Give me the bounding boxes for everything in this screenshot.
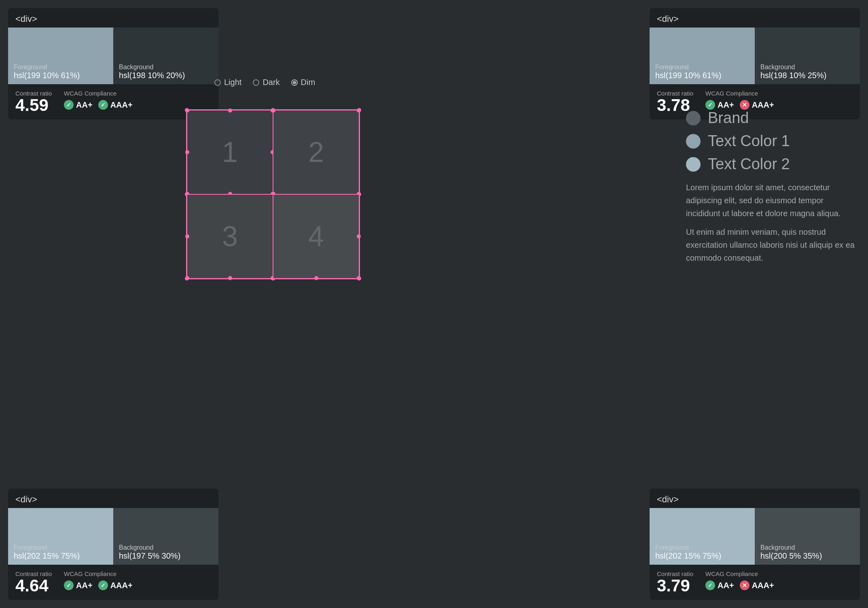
- legend-item-text2: Text Color 2: [686, 155, 856, 173]
- aaa-badge-bottom-left: ✓ AAA+: [98, 580, 133, 590]
- grid-outer: 1 2 3 4: [186, 109, 360, 279]
- card-stats-bottom-left: Contrast ratio 4.64 WCAG Compliance ✓ AA…: [8, 565, 218, 600]
- card-top-left-header: <div>: [8, 8, 218, 28]
- dot-c2-tl: [271, 108, 275, 113]
- contrast-section-top-left: Contrast ratio 4.59: [15, 90, 52, 114]
- legend-dot-text2: [686, 157, 701, 172]
- grid: 1 2 3 4: [187, 110, 359, 278]
- aaa-icon-top-right: ✕: [740, 100, 749, 110]
- grid-cell-3: 3: [187, 194, 273, 278]
- mode-option-dim[interactable]: Dim: [291, 78, 315, 87]
- aa-badge-top-left: ✓ AA+: [64, 100, 93, 110]
- card-top-right-header: <div>: [650, 8, 860, 28]
- cell-label-2: 2: [308, 136, 324, 168]
- lorem-p1: Lorem ipsum dolor sit amet, consectetur …: [686, 181, 856, 220]
- swatch-bg-top-right: Background hsl(198 10% 25%): [755, 28, 860, 84]
- mode-label-dark: Dark: [263, 78, 279, 87]
- wcag-badges-bottom-right: ✓ AA+ ✕ AAA+: [705, 580, 774, 590]
- mode-label-dim: Dim: [301, 78, 315, 87]
- radio-light[interactable]: [214, 79, 221, 86]
- mode-label-light: Light: [224, 78, 241, 87]
- aaa-badge-bottom-right: ✕ AAA+: [740, 580, 774, 590]
- aa-icon-top-left: ✓: [64, 100, 74, 110]
- wcag-badges-top-left: ✓ AA+ ✓ AAA+: [64, 100, 133, 110]
- card-bottom-left-header: <div>: [8, 489, 218, 508]
- grid-cell-2: 2: [273, 110, 359, 194]
- legend-item-text1: Text Color 1: [686, 132, 856, 150]
- lorem-text: Lorem ipsum dolor sit amet, consectetur …: [686, 181, 856, 264]
- aa-icon-bottom-right: ✓: [705, 580, 715, 590]
- color-swatches-top-right: Foreground hsl(199 10% 61%) Background h…: [650, 28, 860, 84]
- mode-option-light[interactable]: Light: [214, 78, 241, 87]
- contrast-section-bottom-left: Contrast ratio 4.64: [15, 570, 52, 594]
- legend-dot-brand: [686, 111, 701, 125]
- aaa-icon-bottom-right: ✕: [740, 580, 749, 590]
- card-bottom-left: <div> Foreground hsl(202 15% 75%) Backgr…: [8, 489, 218, 600]
- card-bottom-right-header: <div>: [650, 489, 860, 508]
- legend-label-text1: Text Color 1: [708, 132, 790, 150]
- card-bottom-right: <div> Foreground hsl(202 15% 75%) Backgr…: [650, 489, 860, 600]
- legend-item-brand: Brand: [686, 109, 856, 127]
- grid-cell-1: 1: [187, 110, 273, 194]
- dot-c3-bl: [185, 276, 189, 280]
- right-panel: Brand Text Color 1 Text Color 2 Lorem ip…: [686, 109, 856, 264]
- wcag-badges-bottom-left: ✓ AA+ ✓ AAA+: [64, 580, 133, 590]
- legend-label-text2: Text Color 2: [708, 155, 790, 173]
- legend-dot-text1: [686, 134, 701, 149]
- swatch-fg-top-right: Foreground hsl(199 10% 61%): [650, 28, 755, 84]
- dot-c1-tc: [228, 108, 232, 113]
- legend-label-brand: Brand: [708, 109, 749, 127]
- swatch-bg-bottom-right: Background hsl(200 5% 35%): [755, 508, 860, 565]
- dot-c2-tr: [357, 108, 361, 113]
- dot-c3-bc: [228, 276, 232, 280]
- contrast-section-bottom-right: Contrast ratio 3.79: [657, 570, 693, 594]
- swatch-bg-top-left: Background hsl(198 10% 20%): [113, 28, 218, 84]
- card-top-right: <div> Foreground hsl(199 10% 61%) Backgr…: [650, 8, 860, 119]
- wcag-badges-top-right: ✓ AA+ ✕ AAA+: [705, 100, 774, 110]
- swatch-fg-top-left: Foreground hsl(199 10% 61%): [8, 28, 113, 84]
- aa-icon-top-right: ✓: [705, 100, 715, 110]
- aa-badge-bottom-left: ✓ AA+: [64, 580, 93, 590]
- wcag-section-top-right: WCAG Compliance ✓ AA+ ✕ AAA+: [705, 90, 774, 110]
- color-swatches-top-left: Foreground hsl(199 10% 61%) Background h…: [8, 28, 218, 84]
- grid-cell-4: 4: [273, 194, 359, 278]
- aa-badge-bottom-right: ✓ AA+: [705, 580, 734, 590]
- aaa-badge-top-right: ✕ AAA+: [740, 100, 774, 110]
- wcag-section-bottom-left: WCAG Compliance ✓ AA+ ✓ AAA+: [64, 570, 133, 590]
- dot-c4-br: [357, 276, 361, 280]
- dot-c4-bc: [314, 276, 318, 280]
- cell-label-4: 4: [308, 220, 324, 253]
- lorem-p2: Ut enim ad minim veniam, quis nostrud ex…: [686, 225, 856, 264]
- color-swatches-bottom-right: Foreground hsl(202 15% 75%) Background h…: [650, 508, 860, 565]
- cell-label-3: 3: [222, 220, 238, 253]
- dot-c3-ml: [185, 234, 189, 238]
- radio-dim[interactable]: [291, 79, 298, 86]
- dot-c4-mr: [357, 234, 361, 238]
- wcag-section-bottom-right: WCAG Compliance ✓ AA+ ✕ AAA+: [705, 570, 774, 590]
- center-canvas: 1 2 3 4: [186, 109, 360, 279]
- aa-badge-top-right: ✓ AA+: [705, 100, 734, 110]
- cell-label-1: 1: [222, 136, 238, 168]
- wcag-section-top-left: WCAG Compliance ✓ AA+ ✓ AAA+: [64, 90, 133, 110]
- aaa-icon-bottom-left: ✓: [98, 580, 108, 590]
- card-stats-bottom-right: Contrast ratio 3.79 WCAG Compliance ✓ AA…: [650, 565, 860, 600]
- swatch-fg-bottom-right: Foreground hsl(202 15% 75%): [650, 508, 755, 565]
- color-swatches-bottom-left: Foreground hsl(202 15% 75%) Background h…: [8, 508, 218, 565]
- swatch-bg-bottom-left: Background hsl(197 5% 30%): [113, 508, 218, 565]
- card-top-left: <div> Foreground hsl(199 10% 61%) Backgr…: [8, 8, 218, 119]
- aa-icon-bottom-left: ✓: [64, 580, 74, 590]
- mode-option-dark[interactable]: Dark: [253, 78, 279, 87]
- swatch-fg-bottom-left: Foreground hsl(202 15% 75%): [8, 508, 113, 565]
- aaa-badge-top-left: ✓ AAA+: [98, 100, 133, 110]
- aaa-icon-top-left: ✓: [98, 100, 108, 110]
- radio-dark[interactable]: [253, 79, 259, 86]
- dot-c1-ml: [185, 150, 189, 154]
- mode-selector: Light Dark Dim: [214, 78, 315, 87]
- dot-c1-tl: [185, 108, 189, 113]
